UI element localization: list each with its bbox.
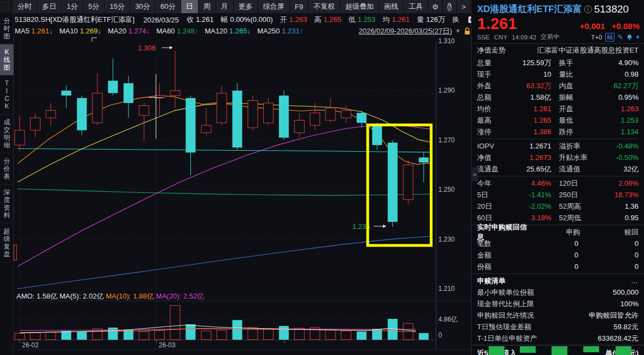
redemption-label: T-1日单位申赎资产 — [477, 334, 537, 343]
candle-body — [248, 100, 258, 128]
volume-bar — [46, 332, 56, 340]
period-button-日[interactable]: 日 — [181, 0, 199, 13]
quote-label: 20日 — [477, 202, 511, 211]
candle-body — [263, 103, 273, 123]
subscription-row: 金额00 — [472, 249, 644, 261]
period-button-更多[interactable]: 更多 — [234, 0, 258, 13]
candle-body — [372, 125, 382, 145]
volume-bar — [263, 329, 273, 340]
chevron-down-icon[interactable]: ▼ — [455, 28, 461, 34]
market-meta-row: SSE CNY 14:09:42 交易中 T+0 融 ✎ + — [472, 32, 644, 41]
period-button-分时[interactable]: 分时 — [13, 0, 37, 13]
period-button-月[interactable]: 月 — [216, 0, 234, 13]
period-button-5分[interactable]: 5分 — [83, 0, 105, 13]
sidebar-tab-成交明细[interactable]: 成交明细 — [0, 114, 14, 153]
alert-bell-icon[interactable] — [626, 34, 633, 41]
field-量: 量126万 — [417, 15, 445, 24]
subscription-row: 份额00 — [472, 261, 644, 272]
arrow-right-icon — [170, 46, 173, 49]
sidebar-tab-TICK[interactable]: TICK — [0, 76, 14, 114]
quote-grid: 总量125.59万换手4.90%现手10量比0.98外盘63.32万内盘62.2… — [472, 57, 644, 224]
price-row: 1.261 +0.001 +0.08% — [472, 15, 644, 32]
exchange-label: SSE — [477, 34, 490, 41]
edit-pencil-icon[interactable]: ✎ — [618, 33, 623, 41]
sidebar-tab-分价表[interactable]: 分价表 — [0, 153, 14, 185]
tool-button-不复权[interactable]: 不复权 — [309, 0, 340, 13]
tool-button-超级叠加[interactable]: 超级叠加 — [340, 0, 379, 13]
clipped-candle-fragment — [14, 245, 17, 260]
help-icon[interactable]: ? — [443, 0, 457, 13]
lock-icon[interactable] — [464, 27, 471, 35]
date-range-control[interactable]: 2026/02/09-2026/03/25(27日) ▼ — [359, 26, 471, 36]
ma-value: 1.248↑ — [177, 27, 198, 35]
kline-chart[interactable]: 1.3101.2901.2701.2501.2301.2104.86亿026-0… — [14, 37, 471, 355]
period-button-1分[interactable]: 1分 — [62, 0, 83, 13]
sub-subscribe-value: 0 — [529, 262, 578, 271]
period-button-多日[interactable]: 多日 — [37, 0, 62, 13]
net-inflow-chart — [472, 345, 644, 355]
info-circle-icon[interactable]: i — [584, 5, 592, 13]
ma-item-MA20: MA20 1.274↓ — [108, 27, 150, 35]
volume-bar — [326, 329, 335, 340]
period-button-60分[interactable]: 60分 — [155, 0, 181, 13]
candle-body — [185, 98, 195, 152]
panel-expander[interactable]: » — [471, 167, 478, 181]
field-label: 换 — [452, 15, 459, 24]
volume-bar — [357, 331, 367, 340]
quote-value: 1.36 — [599, 202, 639, 210]
quote-summary-row: 513820.SH[XD港股通红利ETF汇添富] 2026/03/25 收1.2… — [15, 14, 471, 26]
quote-label: 最高 — [477, 116, 511, 125]
quote-label: 净值 — [477, 153, 511, 163]
redemption-value: 500,000 — [613, 288, 639, 296]
volume-bar — [294, 328, 304, 340]
sidebar-tab-分时图[interactable]: 分时图 — [0, 13, 14, 44]
redeem-col-header: 赎回 — [580, 227, 639, 237]
volume-bar — [155, 330, 165, 340]
quote-row: 净值1.2673升贴水率-0.50% — [477, 152, 639, 163]
redemption-row: T-1日单位申赎资产633628.42元 — [472, 333, 644, 344]
field-均: 均1.261 — [382, 15, 410, 24]
field-label: 高 — [314, 15, 321, 24]
nav-value-row[interactable]: 净值走势 汇添富中证港股通高股息投资ET — [472, 44, 644, 57]
settings-gear-icon[interactable]: ⚙ — [428, 0, 443, 13]
ma-item-MA60: MA60 1.248↑ — [156, 27, 199, 35]
tool-button-画线[interactable]: 画线 — [379, 0, 404, 13]
tool-button-F9[interactable]: F9 — [290, 0, 309, 13]
quote-value: 4.46% — [511, 179, 552, 187]
candle-body — [124, 83, 134, 103]
tool-button-综合屏[interactable]: 综合屏 — [258, 0, 290, 13]
redemption-list-title: 申赎清单 — [477, 276, 506, 286]
ma-label: MA250 — [257, 27, 282, 35]
quote-row: 5日-1.41%250日18.73% — [477, 189, 639, 201]
quote-label: 120日 — [559, 179, 599, 188]
toolbar-overflow-chevron-icon[interactable]: > — [457, 0, 471, 13]
redemption-value: 100% — [620, 300, 639, 308]
more-ellipsis[interactable]: … — [631, 277, 639, 285]
period-button-30分[interactable]: 30分 — [130, 0, 155, 13]
sidebar-tab-超级复盘[interactable]: 超级复盘 — [0, 224, 14, 262]
add-plus-icon[interactable]: + — [636, 33, 640, 41]
left-tab-sidebar: 分时图K线图TICK成交明细分价表深度资料超级复盘 — [0, 13, 14, 355]
sidebar-tab-深度资料[interactable]: 深度资料 — [0, 185, 14, 224]
quote-value: -2.02% — [511, 202, 552, 210]
redemption-value: 633628.42元 — [598, 334, 639, 343]
candle-body — [403, 165, 413, 199]
field-value: 1.261 — [196, 15, 214, 24]
period-button-15分[interactable]: 15分 — [105, 0, 130, 13]
quote-label: 52周高 — [559, 202, 599, 211]
quote-value: 10 — [511, 70, 552, 78]
subscription-section-header: 实时申购赎回信息 申购 赎回 — [472, 226, 644, 238]
fund-full-name: 汇添富中证港股通高股息投资ET — [537, 45, 639, 55]
field-label: 开 — [280, 15, 287, 24]
quote-value: 1.2671 — [511, 142, 552, 150]
quote-value: 2.09% — [599, 179, 639, 187]
field-value: 1.265 — [323, 15, 341, 24]
field-value: 0.00%(0.000) — [230, 15, 273, 24]
tool-button-工具[interactable]: 工具 — [404, 0, 428, 13]
period-button-周[interactable]: 周 — [199, 0, 216, 13]
redemption-list-header[interactable]: 申赎清单 … — [472, 275, 644, 287]
volume-bar — [108, 328, 118, 340]
candle-body — [139, 106, 149, 116]
instrument-code: 513820 — [594, 3, 629, 15]
sidebar-tab-K线图[interactable]: K线图 — [0, 44, 14, 76]
